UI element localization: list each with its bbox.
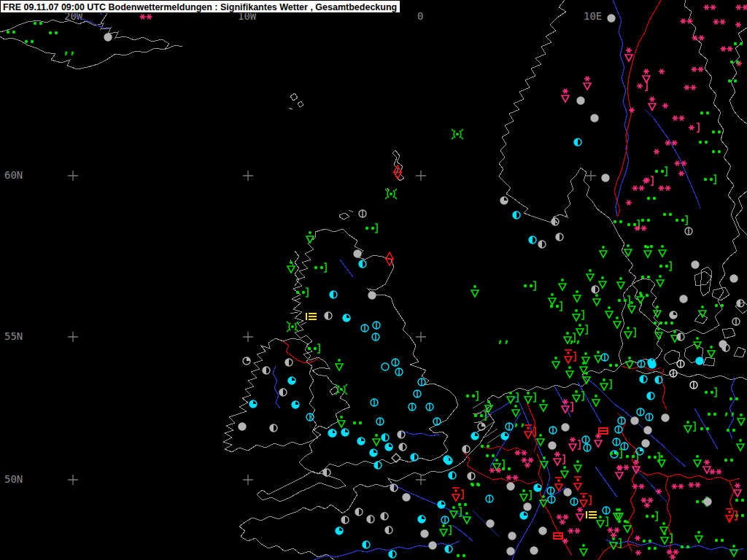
cloud-cover-symbol [524, 503, 531, 510]
cloud-cover-symbol [359, 260, 366, 268]
cloud-cover-symbol [390, 484, 398, 491]
cloud-cover-symbol [692, 261, 699, 268]
rain-symbol [659, 262, 671, 271]
past-hour-bracket [605, 517, 608, 526]
cloud-cover-symbol [582, 436, 589, 443]
rain-symbol [681, 545, 689, 548]
cloud-cover-symbol [640, 376, 647, 383]
grid-cross [243, 475, 253, 485]
cloud-cover-symbol [577, 97, 584, 104]
coastline [223, 338, 318, 452]
cloud-cover-symbol [329, 429, 336, 437]
snow-symbol [522, 458, 534, 468]
cloud-cover-symbol [613, 438, 620, 446]
snow-shower-symbol [643, 69, 650, 82]
cloud-cover-symbol [670, 370, 677, 377]
cloud-cover-symbol [486, 495, 493, 502]
rain-shower-symbol [600, 378, 611, 390]
cloud-cover-symbol [270, 424, 277, 432]
cloud-cover-symbol [382, 434, 389, 441]
cloud-cover-symbol [341, 516, 349, 524]
snow-symbol [704, 5, 716, 10]
freezing-shower-symbol [574, 477, 581, 490]
past-hour-bracket [324, 263, 326, 272]
rain-symbol [704, 175, 716, 184]
cloud-cover-symbol [361, 324, 368, 332]
snow-symbol [632, 484, 645, 489]
river [595, 467, 617, 497]
cloud-cover-symbol [737, 300, 744, 307]
rain-symbol [712, 131, 721, 133]
cloud-cover-symbol [722, 344, 729, 351]
cloud-cover-symbol [243, 357, 250, 365]
rain-symbol [699, 141, 708, 144]
rain-shower-symbol [661, 532, 672, 544]
past-hour-bracket [609, 380, 611, 389]
map-canvas: 20W10W010E60N55N50N,,,,,,,,,, [0, 0, 747, 560]
cloud-cover-symbol [433, 418, 441, 425]
rain-symbol [700, 427, 709, 430]
cloud-cover-symbol [468, 472, 475, 480]
rain-shower-symbol [738, 413, 745, 425]
cloud-cover-symbol [336, 527, 343, 534]
past-hour-bracket [560, 302, 562, 311]
border [627, 470, 638, 551]
svg-text:,,: ,, [498, 332, 511, 346]
virga-symbol [452, 129, 463, 139]
snow-symbol [684, 85, 697, 90]
border [598, 544, 639, 560]
past-hour-bracket [655, 512, 657, 521]
snow-shower-symbol [554, 452, 565, 465]
past-hour-bracket [670, 534, 672, 542]
cloud-cover-symbol [249, 400, 257, 408]
rain-symbol [466, 392, 478, 400]
freezing-rain-symbol [554, 532, 562, 540]
snow-symbol [689, 123, 699, 132]
rain-shower-symbol [695, 531, 703, 542]
rain-shower-symbol [573, 390, 584, 402]
latitude-label: 60N [4, 169, 23, 181]
past-hour-bracket [570, 402, 573, 411]
rain-symbol [708, 413, 716, 416]
rain-symbol [314, 263, 326, 272]
river [391, 484, 471, 519]
drizzle-symbol: ,, [64, 44, 77, 57]
cloud-cover-symbol [638, 360, 645, 368]
virga-symbol [336, 384, 347, 394]
snow-shower-symbol [616, 466, 623, 479]
cloud-cover-symbol [670, 311, 677, 319]
cloud-cover-symbol [520, 512, 527, 519]
cloud-cover-symbol [647, 392, 654, 400]
snow-symbol [637, 82, 647, 90]
cloud-cover-symbol [662, 414, 669, 421]
graticule: 20W10W010E60N55N50N [4, 10, 602, 485]
rain-shower-symbol [566, 366, 573, 378]
snow-shower-symbol [576, 508, 584, 521]
cloud-cover-symbol [680, 295, 687, 303]
cloud-cover-symbol [506, 423, 513, 430]
past-hour-bracket [627, 296, 630, 305]
cloud-cover-symbol [373, 322, 380, 329]
cloud-cover-symbol [548, 496, 555, 503]
past-hour-bracket [578, 440, 580, 449]
rain-symbol [705, 388, 716, 397]
cloud-cover-symbol [730, 275, 738, 282]
virga-symbol [287, 322, 298, 332]
snow-shower-symbol [584, 77, 591, 90]
past-hour-bracket [573, 352, 576, 361]
cloud-cover-symbol [487, 520, 494, 527]
river [633, 467, 668, 503]
cloud-cover-symbol [359, 210, 366, 217]
cloud-cover-symbol [374, 462, 382, 469]
cloud-cover-symbol [602, 174, 609, 182]
cloud-cover-symbol [704, 498, 711, 505]
cloud-cover-symbol [501, 432, 508, 440]
past-hour-bracket [693, 422, 695, 431]
cloud-cover-symbol [354, 250, 361, 257]
cloud-cover-symbol [104, 34, 112, 41]
rain-symbol [365, 224, 377, 233]
snow-symbol [659, 69, 665, 74]
rain-symbol [502, 467, 511, 470]
past-hour-bracket [713, 175, 716, 184]
rain-symbol [655, 167, 667, 176]
